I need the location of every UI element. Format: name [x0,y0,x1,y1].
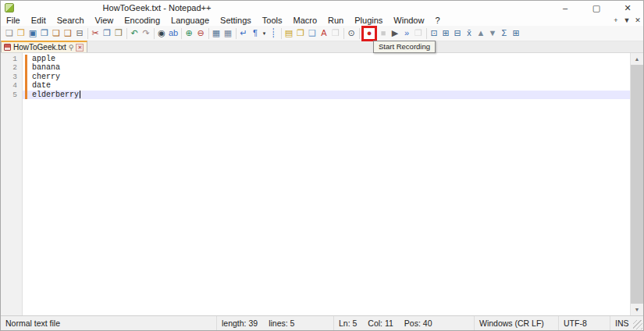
tab-close-icon[interactable]: ✕ [76,44,84,52]
redo-icon[interactable]: ↷ [141,27,151,39]
minimize-button[interactable]: – [550,1,581,15]
start-recording-tooltip: Start Recording [373,41,436,53]
menu-item-window[interactable]: Window [388,16,429,25]
tab-list-dropdown-icon[interactable]: ▼ [621,16,632,24]
pin-icon[interactable]: ⚲ [69,44,74,52]
col-text: Col: 11 [368,319,393,328]
start-recording-icon[interactable]: ● [364,27,375,39]
menu-item-plugins[interactable]: Plugins [349,16,388,25]
line-number: 2 [1,63,22,72]
maximize-button[interactable]: ▢ [581,1,612,15]
save-macro-icon[interactable]: ❐ [413,27,424,39]
close-button[interactable]: ✕ [612,1,643,15]
menu-item-language[interactable]: Language [165,16,215,25]
close-all-files-icon[interactable]: ❑ [62,27,73,39]
scroll-down-arrow-icon[interactable]: ▼ [631,304,643,315]
triangle-up-icon[interactable]: ▲ [475,27,486,39]
line-text: apple [32,55,55,63]
scrollbar-thumb[interactable] [631,65,643,304]
status-length-lines: length: 39 lines: 5 [217,316,334,330]
menu-item-file[interactable]: File [1,16,26,25]
line-text: banana [32,63,60,72]
menu-item-tools[interactable]: Tools [257,16,288,25]
sigma-sum-icon[interactable]: Σ [499,27,510,39]
menu-item-search[interactable]: Search [52,16,90,25]
toolbar: ❏❒▣❐❏❑⊟✂❐❒↶↷◉ab⊕⊖▦▦↵¶▾┊▤❐❑A❒⊙●■▶»❐⊡⊞⊟x̄▲… [1,26,643,41]
editor-line-4[interactable]: date [23,81,630,90]
show-symbols-dropdown-icon[interactable]: ▾ [262,27,267,39]
editor-line-1[interactable]: apple [23,55,630,63]
find-icon[interactable]: ◉ [156,27,167,39]
editor-area[interactable]: 12345 applebananacherrydateelderberry ▲ … [1,53,643,315]
menu-item-[interactable]: ? [429,16,445,25]
document-switcher-icon[interactable]: ⊡ [429,27,439,39]
encoding-text: UTF-8 [564,319,587,328]
menu-items: FileEditSearchViewEncodingLanguageSettin… [1,16,446,25]
status-bar: Normal text file length: 39 lines: 5 Ln:… [1,315,643,330]
doc-type-text: Normal text file [5,319,60,328]
folder-as-workspace-icon[interactable]: ❒ [330,27,341,39]
export-pdf-icon[interactable]: A [318,27,329,39]
resize-grip[interactable] [633,320,642,329]
window-controls: – ▢ ✕ [550,1,643,15]
print-icon[interactable]: ⊟ [74,27,85,39]
xbar-statistics-icon[interactable]: x̄ [464,27,475,39]
vertical-scrollbar[interactable]: ▲ ▼ [630,53,643,315]
menu-item-encoding[interactable]: Encoding [119,16,165,25]
function-list-icon[interactable]: ▤ [283,27,294,39]
replace-icon[interactable]: ab [168,27,179,39]
stop-recording-icon[interactable]: ■ [378,27,389,39]
menu-item-run[interactable]: Run [322,16,349,25]
status-caret-position: Ln: 5 Col: 11 Pos: 40 [334,316,475,330]
zoom-in-icon[interactable]: ⊕ [183,27,194,39]
sync-vertical-scroll-icon[interactable]: ▦ [211,27,222,39]
grid-icon[interactable]: ⊞ [440,27,451,39]
new-tab-plus-icon[interactable]: + [610,16,621,24]
run-macro-multiple-icon[interactable]: » [401,27,412,39]
toolbar-separator [207,28,211,39]
scroll-up-arrow-icon[interactable]: ▲ [631,53,643,65]
save-all-icon[interactable]: ❐ [39,27,50,39]
text-content-area[interactable]: applebananacherrydateelderberry [23,53,630,315]
zoom-out-icon[interactable]: ⊖ [195,27,206,39]
open-folder-icon[interactable]: ❒ [16,27,27,39]
table-plus-icon[interactable]: ⊞ [511,27,521,39]
menu-item-settings[interactable]: Settings [215,16,257,25]
indent-guide-icon[interactable]: ┊ [268,27,279,39]
line-text: cherry [32,73,60,81]
triangle-down-icon[interactable]: ▼ [487,27,498,39]
tab-howtogeek[interactable]: HowToGeek.txt ⚲ ✕ [1,41,87,52]
menu-item-view[interactable]: View [90,16,119,25]
grid-rows-icon[interactable]: ⊟ [452,27,463,39]
editor-line-2[interactable]: banana [23,63,630,72]
new-file-icon[interactable]: ❏ [4,27,15,39]
paste-icon[interactable]: ❒ [113,27,124,39]
document-list-icon[interactable]: ❑ [307,27,318,39]
playback-macro-icon[interactable]: ▶ [390,27,400,39]
line-number: 3 [1,73,22,81]
menu-item-edit[interactable]: Edit [26,16,52,25]
line-number: 4 [1,81,22,90]
undo-icon[interactable]: ↶ [129,27,140,39]
close-tab-x-icon[interactable]: ✕ [632,16,643,24]
monitoring-eye-icon[interactable]: ⊙ [346,27,357,39]
menu-item-macro[interactable]: Macro [287,16,322,25]
cut-icon[interactable]: ✂ [90,27,101,39]
show-all-characters-icon[interactable]: ¶ [250,27,261,39]
status-doc-type: Normal text file [1,316,217,330]
status-encoding: UTF-8 [559,316,610,330]
word-wrap-icon[interactable]: ↵ [238,27,249,39]
editor-line-3[interactable]: cherry [23,73,630,81]
save-icon[interactable]: ▣ [27,27,38,39]
copy-icon[interactable]: ❐ [101,27,112,39]
document-map-icon[interactable]: ❐ [295,27,306,39]
toolbar-separator [234,28,238,39]
close-file-icon[interactable]: ❏ [51,27,62,39]
ln-text: Ln: 5 [339,319,357,328]
length-text: length: 39 [222,319,258,328]
line-number-gutter: 12345 [1,53,23,315]
insert-mode-text: INS [615,319,629,328]
editor-line-5[interactable]: elderberry [23,91,630,99]
sync-horizontal-scroll-icon[interactable]: ▦ [222,27,233,39]
toolbar-separator [180,28,183,39]
